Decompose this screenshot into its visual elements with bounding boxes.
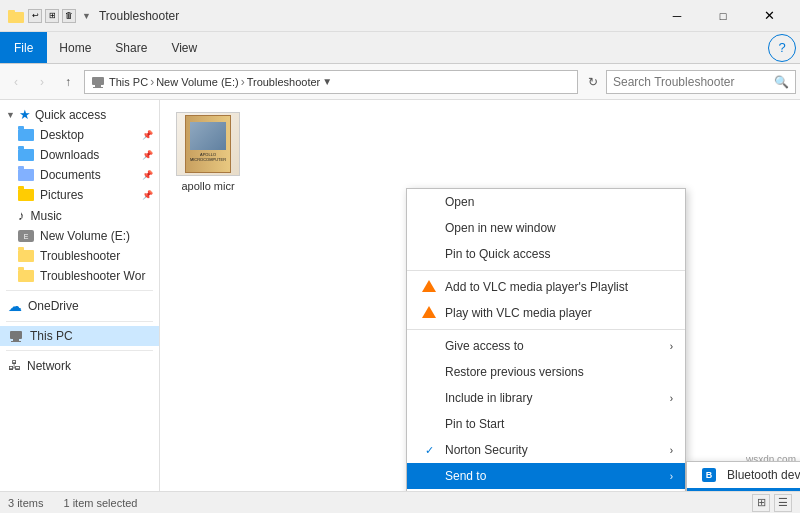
ctx-give-access-label: Give access to [445, 339, 524, 353]
ctx-include-label: Include in library [445, 391, 532, 405]
titlebar-folder-icon [8, 8, 24, 24]
view-large-icon[interactable]: ⊞ [752, 494, 770, 512]
sidebar-item-troubleshooter[interactable]: Troubleshooter [0, 246, 159, 266]
sidebar-divider-2 [6, 321, 153, 322]
sidebar-item-newvolume[interactable]: E New Volume (E:) [0, 226, 159, 246]
troubleshooter-folder-icon [18, 250, 34, 262]
window-title: Troubleshooter [99, 9, 654, 23]
help-button[interactable]: ? [768, 34, 796, 62]
ctx-restore-icon [419, 364, 439, 380]
sendto-zip[interactable]: Compressed (zipped) folder [687, 488, 800, 491]
file-item-apollo[interactable]: APOLLO MICROCOMPUTER apollo micr [168, 108, 248, 196]
troubleshooter-wor-label: Troubleshooter Wor [40, 269, 145, 283]
ctx-give-access[interactable]: Give access to › [407, 333, 685, 359]
network-label: Network [27, 359, 71, 373]
sendto-bluetooth-label: Bluetooth device [727, 468, 800, 482]
ctx-include-icon [419, 390, 439, 406]
toolbar-properties-icon[interactable]: ⊞ [45, 9, 59, 23]
ctx-restore-versions[interactable]: Restore previous versions [407, 359, 685, 385]
address-path[interactable]: This PC › New Volume (E:) › Troubleshoot… [84, 70, 578, 94]
toolbar-delete-icon[interactable]: 🗑 [62, 9, 76, 23]
ctx-norton[interactable]: Norton Security › [407, 437, 685, 463]
troubleshooter-label: Troubleshooter [40, 249, 120, 263]
refresh-button[interactable]: ↻ [582, 71, 604, 93]
downloads-label: Downloads [40, 148, 99, 162]
network-icon: 🖧 [8, 358, 21, 373]
status-bar: 3 items 1 item selected ⊞ ☰ [0, 491, 800, 513]
newvolume-label: New Volume (E:) [40, 229, 130, 243]
bluetooth-icon: B [699, 467, 719, 483]
home-tab[interactable]: Home [47, 35, 103, 61]
search-input[interactable] [613, 75, 770, 89]
sidebar-item-downloads[interactable]: Downloads 📌 [0, 145, 159, 165]
back-button[interactable]: ‹ [4, 70, 28, 94]
pin-icon-pictures: 📌 [142, 190, 153, 200]
search-box[interactable]: 🔍 [606, 70, 796, 94]
sidebar-item-thispc[interactable]: This PC [0, 326, 159, 346]
thispc-sidebar-icon [8, 330, 24, 342]
path-sep1: › [150, 75, 154, 89]
sidebar-item-onedrive[interactable]: ☁ OneDrive [0, 295, 159, 317]
title-bar: ↩ ⊞ 🗑 ▼ Troubleshooter ─ □ ✕ [0, 0, 800, 32]
onedrive-label: OneDrive [28, 299, 79, 313]
documents-label: Documents [40, 168, 101, 182]
view-tab[interactable]: View [159, 35, 209, 61]
ctx-vlc-playlist[interactable]: Add to VLC media player's Playlist [407, 274, 685, 300]
ctx-vlc-play[interactable]: Play with VLC media player [407, 300, 685, 326]
sidebar-item-desktop[interactable]: Desktop 📌 [0, 125, 159, 145]
search-icon: 🔍 [774, 75, 789, 89]
thispc-label: This PC [30, 329, 73, 343]
quick-access-header[interactable]: ▼ ★ Quick access [0, 104, 159, 125]
onedrive-icon: ☁ [8, 298, 22, 314]
ctx-pin-start[interactable]: Pin to Start [407, 411, 685, 437]
path-chevron: ▼ [322, 76, 332, 87]
ctx-open-new-window[interactable]: Open in new window [407, 215, 685, 241]
sidebar: ▼ ★ Quick access Desktop 📌 Downloads 📌 D… [0, 100, 160, 491]
share-tab[interactable]: Share [103, 35, 159, 61]
desktop-folder-icon [18, 129, 34, 141]
title-minimize-button[interactable]: ─ [654, 0, 700, 32]
ctx-vlc-playlist-label: Add to VLC media player's Playlist [445, 280, 628, 294]
sidebar-item-documents[interactable]: Documents 📌 [0, 165, 159, 185]
ctx-include-library[interactable]: Include in library › [407, 385, 685, 411]
ctx-norton-label: Norton Security [445, 443, 528, 457]
sidebar-item-music[interactable]: ♪ Music [0, 205, 159, 226]
ctx-send-to[interactable]: Send to › B Bluetooth device [407, 463, 685, 489]
ctx-pin-start-icon [419, 416, 439, 432]
ctx-open[interactable]: Open [407, 189, 685, 215]
content-area[interactable]: APOLLO MICROCOMPUTER apollo micr Open Op… [160, 100, 800, 491]
sidebar-item-network[interactable]: 🖧 Network [0, 355, 159, 376]
selected-count: 1 item selected [63, 497, 137, 509]
sendto-submenu: B Bluetooth device [686, 461, 800, 491]
file-tab[interactable]: File [0, 32, 47, 63]
title-maximize-button[interactable]: □ [700, 0, 746, 32]
pictures-folder-icon [18, 189, 34, 201]
downloads-folder-icon [18, 149, 34, 161]
title-close-button[interactable]: ✕ [746, 0, 792, 32]
file-thumbnail: APOLLO MICROCOMPUTER [176, 112, 240, 176]
toolbar-undo-icon[interactable]: ↩ [28, 9, 42, 23]
ctx-pin-icon [419, 246, 439, 262]
view-details-icon[interactable]: ☰ [774, 494, 792, 512]
ctx-norton-icon [419, 442, 439, 458]
path-sep2: › [241, 75, 245, 89]
pin-icon-documents: 📌 [142, 170, 153, 180]
sidebar-item-pictures[interactable]: Pictures 📌 [0, 185, 159, 205]
ctx-pin-start-label: Pin to Start [445, 417, 504, 431]
desktop-label: Desktop [40, 128, 84, 142]
troubleshooter-wor-folder-icon [18, 270, 34, 282]
main-area: ▼ ★ Quick access Desktop 📌 Downloads 📌 D… [0, 100, 800, 491]
file-name: apollo micr [172, 180, 244, 192]
context-menu: Open Open in new window Pin to Quick acc… [406, 188, 686, 491]
up-button[interactable]: ↑ [56, 70, 80, 94]
sendto-bluetooth[interactable]: B Bluetooth device [687, 462, 800, 488]
ctx-send-to-label: Send to [445, 469, 486, 483]
drive-icon: E [18, 230, 34, 242]
pin-icon-downloads: 📌 [142, 150, 153, 160]
sidebar-item-troubleshooter-wor[interactable]: Troubleshooter Wor [0, 266, 159, 286]
svg-rect-6 [13, 339, 19, 341]
forward-button[interactable]: › [30, 70, 54, 94]
thispc-icon [91, 76, 105, 88]
ctx-pin-quick-access[interactable]: Pin to Quick access [407, 241, 685, 267]
toolbar-chevron[interactable]: ▼ [82, 11, 91, 21]
